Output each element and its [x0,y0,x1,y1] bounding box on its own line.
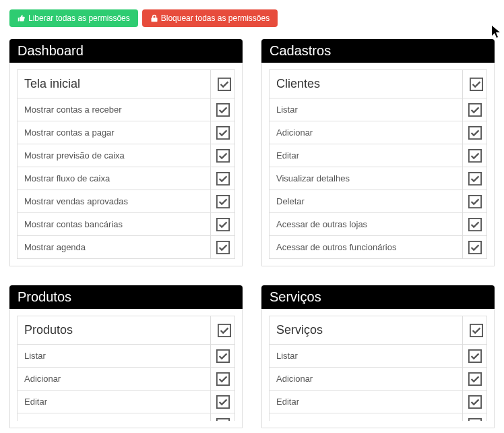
permission-label: Deletar [270,190,463,213]
permission-checkbox[interactable] [463,345,487,368]
thumbs-up-icon [18,14,26,22]
svg-rect-6 [216,218,228,230]
svg-rect-21 [470,324,482,336]
permission-checkbox[interactable] [211,345,235,368]
permission-row: Mostrar fluxo de caixa [18,167,235,190]
svg-rect-25 [468,418,480,421]
svg-rect-19 [216,395,228,407]
permission-group-title: Clientes [270,70,463,98]
permissions-table: ServiçosListarAdicionarEditarVisualizar … [269,316,487,421]
permission-checkbox[interactable] [211,144,235,167]
permission-row: Visualizar detalhes [270,413,487,422]
permission-checkbox[interactable] [463,121,487,144]
panels-grid: DashboardTela inicialMostrar contas a re… [9,39,495,428]
permission-checkbox[interactable] [211,98,235,121]
svg-rect-17 [216,349,228,362]
permission-row: Mostrar contas a pagar [18,121,235,144]
panel-body: ProdutosListarAdicionarEditarVisualizar … [9,309,243,428]
permission-group-header: Produtos [18,316,235,345]
permission-row: Listar [18,345,235,368]
permission-group-checkbox[interactable] [463,70,487,98]
permission-checkbox[interactable] [211,413,235,422]
permission-checkbox[interactable] [211,167,235,190]
permission-row: Deletar [270,190,487,213]
permission-checkbox[interactable] [211,368,235,391]
permission-label: Acessar de outras lojas [270,213,463,236]
permissions-table: Tela inicialMostrar contas a receberMost… [17,69,235,259]
permission-checkbox[interactable] [463,236,487,259]
permission-label: Adicionar [270,121,463,144]
permission-checkbox[interactable] [211,190,235,213]
panel-header: Serviços [261,285,495,309]
block-all-label: Bloquear todas as permissões [161,13,270,23]
permission-checkbox[interactable] [463,368,487,391]
panel-header: Cadastros [261,39,495,63]
svg-rect-18 [216,372,228,384]
permission-label: Listar [18,345,211,368]
svg-rect-13 [468,195,480,207]
release-all-button[interactable]: Liberar todas as permissões [9,9,138,27]
permission-checkbox[interactable] [463,213,487,236]
panel: ProdutosProdutosListarAdicionarEditarVis… [9,285,243,428]
scroll-area[interactable]: ServiçosListarAdicionarEditarVisualizar … [269,316,487,421]
permission-checkbox[interactable] [211,391,235,413]
permission-row: Mostrar agenda [18,236,235,259]
svg-rect-11 [468,149,480,161]
permission-label: Mostrar previsão de caixa [18,144,211,167]
permission-group-title: Tela inicial [18,70,211,98]
panel-body: ServiçosListarAdicionarEditarVisualizar … [261,309,495,428]
svg-rect-5 [216,195,228,207]
scroll-area[interactable]: ProdutosListarAdicionarEditarVisualizar … [17,316,235,421]
svg-rect-20 [216,418,228,421]
permission-row: Acessar de outros funcionários [270,236,487,259]
permission-row: Editar [270,144,487,167]
permission-checkbox[interactable] [463,391,487,413]
permission-group-checkbox[interactable] [211,316,235,345]
panel: ServiçosServiçosListarAdicionarEditarVis… [261,285,495,428]
permission-label: Editar [18,391,211,413]
permission-row: Adicionar [270,121,487,144]
permission-group-title: Serviços [270,316,463,345]
permission-checkbox[interactable] [463,167,487,190]
svg-rect-23 [468,372,480,384]
svg-rect-2 [216,126,228,138]
svg-rect-8 [470,78,482,90]
svg-rect-24 [468,395,480,407]
svg-rect-16 [218,324,230,336]
permission-label: Visualizar detalhes [270,167,463,190]
permission-checkbox[interactable] [211,121,235,144]
permission-row: Adicionar [18,368,235,391]
permission-label: Visualizar detalhes [18,413,211,422]
svg-rect-10 [468,126,480,138]
panel-header: Dashboard [9,39,243,63]
svg-rect-14 [468,218,480,230]
permission-group-checkbox[interactable] [211,70,235,98]
permission-row: Mostrar previsão de caixa [18,144,235,167]
panel-body: ClientesListarAdicionarEditarVisualizar … [261,63,495,266]
svg-rect-1 [216,103,228,115]
permission-checkbox[interactable] [463,190,487,213]
permission-label: Adicionar [18,368,211,391]
mouse-cursor-icon [492,26,503,39]
scroll-area[interactable]: Tela inicialMostrar contas a receberMost… [17,69,235,259]
svg-rect-22 [468,349,480,362]
block-all-button[interactable]: Bloquear todas as permissões [142,9,278,27]
permission-group-checkbox[interactable] [463,316,487,345]
permission-label: Mostrar vendas aprovadas [18,190,211,213]
permission-row: Adicionar [270,368,487,391]
scroll-area[interactable]: ClientesListarAdicionarEditarVisualizar … [269,69,487,259]
permission-checkbox[interactable] [211,213,235,236]
permission-label: Mostrar contas bancárias [18,213,211,236]
permission-row: Mostrar vendas aprovadas [18,190,235,213]
permission-checkbox[interactable] [463,144,487,167]
permission-checkbox[interactable] [211,236,235,259]
lock-icon [150,14,158,22]
permission-checkbox[interactable] [463,98,487,121]
permission-row: Editar [18,391,235,413]
permission-label: Mostrar agenda [18,236,211,259]
permission-row: Acessar de outras lojas [270,213,487,236]
panel: CadastrosClientesListarAdicionarEditarVi… [261,39,495,266]
permission-checkbox[interactable] [463,413,487,422]
permission-label: Adicionar [270,368,463,391]
svg-rect-7 [216,241,228,253]
